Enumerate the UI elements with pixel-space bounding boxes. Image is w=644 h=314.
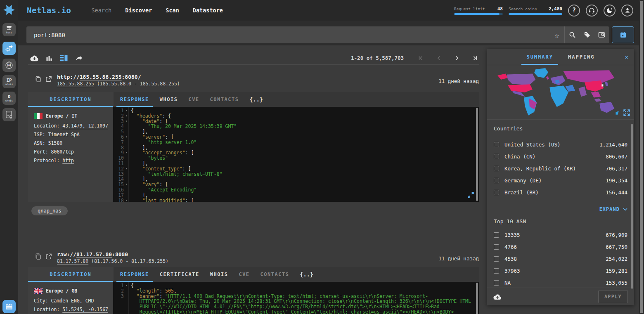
tab-summary[interactable]: SUMMARY — [526, 54, 553, 60]
help-icon[interactable]: ? — [568, 5, 580, 17]
code-scrollbar[interactable] — [476, 283, 478, 314]
search-coins-value: 2,480 — [549, 6, 562, 12]
checkbox[interactable] — [494, 268, 499, 274]
search-coins-meter: Search coins2,480 — [509, 6, 562, 15]
open-in-new-icon[interactable] — [45, 253, 52, 265]
checkbox[interactable] — [494, 256, 499, 262]
fold-toggle-icon[interactable]: ▾ — [125, 113, 128, 119]
fullscreen-icon[interactable] — [468, 192, 474, 198]
checkbox[interactable] — [494, 178, 499, 183]
open-in-new-icon[interactable] — [45, 76, 52, 88]
tab-contacts[interactable]: CONTACTS — [255, 267, 295, 282]
asn-row: 13335676,909 — [494, 229, 627, 241]
result-timestamp: 11 дней назад — [438, 74, 479, 88]
rail-certificates-button[interactable] — [2, 108, 16, 121]
tag-icon[interactable] — [580, 26, 594, 43]
list-view-icon[interactable] — [59, 54, 69, 63]
tab-mapping[interactable]: MAPPING — [568, 54, 595, 60]
checkbox[interactable] — [494, 142, 499, 147]
asn-row: 37963159,281 — [494, 265, 627, 277]
tab-response[interactable]: RESPONSE — [115, 267, 154, 282]
menu-datastore[interactable]: Datastore — [193, 7, 223, 14]
description-link[interactable]: tcp — [65, 149, 74, 155]
rail-ip-whois-button[interactable]: IP whois — [2, 75, 16, 88]
result-ip-range[interactable]: 185.55.88.255 (185.55.88.0 - 185.55.88.2… — [57, 81, 180, 87]
panel-scrollbar[interactable] — [631, 124, 633, 289]
result-url[interactable]: http://185.55.88.255:8080/ — [57, 74, 180, 80]
cloud-download-icon[interactable] — [493, 294, 502, 300]
geo-label: Europe / IT — [46, 113, 77, 119]
fold-toggle-icon[interactable]: ▾ — [125, 135, 128, 140]
rail-host-button[interactable]: host — [2, 23, 16, 36]
account-icon[interactable] — [621, 5, 633, 17]
bug-logo-icon[interactable] — [2, 3, 16, 17]
copy-icon[interactable] — [35, 76, 41, 88]
tab-raw-json[interactable]: {..} — [294, 267, 319, 282]
checkbox[interactable] — [494, 190, 499, 195]
search-input[interactable] — [26, 32, 549, 38]
description-link[interactable]: 43.1479, 12.1097 — [62, 123, 108, 129]
copy-icon[interactable] — [35, 253, 41, 265]
tab-description[interactable]: DESCRIPTION — [28, 267, 113, 282]
tab-cve[interactable]: CVE — [233, 267, 255, 282]
rail-dns-button[interactable]: DNS — [2, 59, 16, 72]
next-page-button[interactable] — [453, 54, 461, 62]
image-search-icon[interactable] — [594, 26, 609, 43]
description-field: ISP: Timenet SpA — [34, 130, 109, 139]
tab-raw-json[interactable]: {..} — [244, 92, 268, 107]
result-ip-range[interactable]: 81.17.57.80 (81.17.56.0 - 81.17.63.255) — [57, 258, 168, 264]
menu-search[interactable]: Search — [91, 7, 111, 14]
brand-logo[interactable]: Netlas.io — [27, 6, 71, 15]
tab-whois[interactable]: WHOIS — [205, 267, 234, 282]
checkbox[interactable] — [494, 232, 499, 238]
share-icon[interactable] — [74, 54, 83, 63]
fold-toggle-icon[interactable]: ▾ — [125, 166, 128, 172]
star-icon[interactable]: ☆ — [549, 26, 564, 43]
last-page-button[interactable] — [471, 54, 479, 62]
prev-page-button[interactable] — [435, 54, 443, 62]
tab-whois[interactable]: WHOIS — [154, 92, 183, 107]
tab-contacts[interactable]: CONTACTS — [205, 92, 244, 107]
fullscreen-icon[interactable] — [623, 109, 630, 116]
description-field: Port: 8080/tcp — [34, 148, 109, 156]
menu-discover[interactable]: Discover — [125, 7, 152, 14]
description-link[interactable]: http — [62, 158, 74, 163]
menu-scan[interactable]: Scan — [166, 7, 179, 14]
rail-tutorials-button[interactable] — [2, 300, 16, 313]
tag-qnap-nas[interactable]: qnap_nas — [31, 206, 68, 215]
bar-chart-icon[interactable] — [45, 54, 54, 63]
checkbox[interactable] — [494, 280, 499, 286]
fold-toggle-icon[interactable]: ▾ — [125, 283, 128, 288]
window-scrollbar[interactable] — [639, 0, 644, 314]
expand-countries[interactable]: EXPAND — [494, 205, 627, 213]
tab-response[interactable]: RESPONSE — [115, 92, 154, 107]
tab-certificate[interactable]: CERTIFICATE — [154, 267, 205, 282]
close-icon[interactable]: ✕ — [625, 54, 628, 60]
search-icon[interactable] — [565, 26, 580, 43]
fold-toggle-icon[interactable]: ▾ — [125, 108, 128, 113]
left-rail: host DNS IP whois D whois — [0, 0, 18, 314]
cloud-download-icon[interactable] — [30, 54, 39, 63]
results-toolbar: 1-20 of 5,587,703 — [28, 52, 479, 65]
result-timestamp: 11 дней назад — [438, 251, 479, 265]
checkbox[interactable] — [494, 166, 499, 171]
fold-toggle-icon[interactable]: ▾ — [125, 182, 128, 187]
tab-description[interactable]: DESCRIPTION — [28, 92, 113, 107]
rail-domain-whois-button[interactable]: D whois — [2, 92, 16, 105]
tab-cve[interactable]: CVE — [183, 92, 204, 107]
code-scrollbar[interactable] — [476, 108, 478, 201]
first-page-button[interactable] — [417, 54, 424, 62]
fold-toggle-icon[interactable]: ▾ — [125, 198, 128, 202]
rail-redirects-button[interactable] — [2, 42, 16, 55]
fold-toggle-icon[interactable]: ▾ — [125, 150, 128, 156]
dark-mode-icon[interactable] — [604, 5, 616, 17]
asn-row: 4538254,022 — [494, 253, 627, 265]
result-url[interactable]: raw://81.17.57.80:8080 — [57, 251, 168, 257]
support-icon[interactable] — [586, 5, 598, 17]
checkbox[interactable] — [494, 244, 499, 250]
calendar-button[interactable] — [612, 26, 634, 43]
apply-button[interactable]: APPLY — [598, 290, 628, 303]
fold-toggle-icon[interactable]: ▾ — [125, 119, 128, 124]
description-link[interactable]: 51.5245, -0.1567 — [62, 307, 108, 312]
checkbox[interactable] — [494, 154, 499, 159]
